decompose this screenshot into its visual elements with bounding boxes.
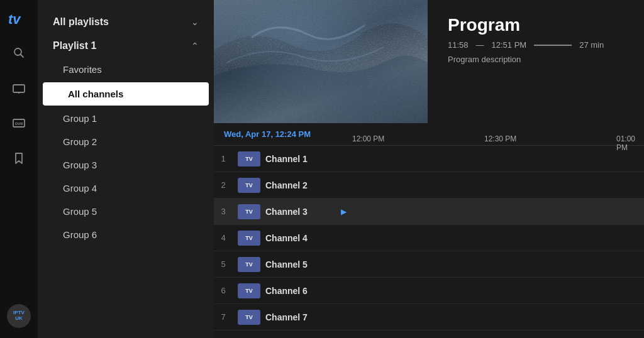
playlist1-label: Playlist 1 [53, 40, 96, 52]
current-date-label: Wed, Apr 17, 12:24 PM [224, 129, 311, 139]
play-indicator: ▶ [341, 207, 353, 216]
channel-name: Channel 6 [265, 286, 341, 296]
channel-icon: TV [238, 178, 260, 193]
channel-icon: TV [238, 151, 260, 166]
channel-row-6[interactable]: 6 TV Channel 6 ProgramProgram [214, 278, 644, 304]
channel-number: 7 [214, 312, 233, 322]
channel-row-7[interactable]: 7 TV Channel 7 ProgramProgram [214, 304, 644, 330]
channel-name: Channel 5 [265, 259, 341, 270]
time-end: 12:51 PM [492, 40, 527, 50]
group6-item[interactable]: Group 6 [38, 223, 214, 246]
channel-name: Channel 3 [265, 207, 341, 217]
channel-row-3[interactable]: 3 TV Channel 3 ▶ ProgramProgram [214, 199, 644, 225]
video-thumbnail [214, 0, 428, 123]
dvr-icon[interactable]: DVR [9, 113, 29, 133]
time-label-2: 01:00 PM [616, 134, 644, 152]
channel-name: Channel 1 [265, 154, 341, 164]
channel-name: Channel 2 [265, 180, 341, 190]
svg-text:tv: tv [8, 11, 21, 27]
group5-item[interactable]: Group 5 [38, 200, 214, 223]
all-playlists-chevron: ⌄ [191, 17, 199, 27]
app-logo: tv [7, 10, 31, 28]
group4-item[interactable]: Group 4 [38, 177, 214, 200]
current-datetime: Wed, Apr 17, 12:24 PM [214, 129, 352, 139]
all-playlists-section[interactable]: All playlists ⌄ [38, 10, 214, 34]
channel-row-5[interactable]: 5 TV Channel 5 ProgramProgram [214, 251, 644, 278]
all-playlists-label: All playlists [53, 16, 109, 28]
svg-line-2 [21, 55, 24, 58]
all-channels-item[interactable]: All channels [43, 82, 209, 106]
channel-number: 6 [214, 286, 233, 295]
group2-item[interactable]: Group 2 [38, 130, 214, 153]
svg-rect-3 [13, 85, 25, 92]
menu-panel: All playlists ⌄ Playlist 1 ⌃ Favorites A… [38, 0, 214, 338]
channel-row-4[interactable]: 4 TV Channel 4 ProgramProgram [214, 225, 644, 251]
svg-text:DVR: DVR [15, 122, 23, 126]
sidebar-bottom: IPTVUK [7, 304, 31, 328]
channel-name: Channel 7 [265, 312, 341, 322]
time-start: 11:58 [448, 40, 469, 50]
main-content: Program 11:58 — 12:51 PM 27 min Program … [214, 0, 644, 338]
channel-icon: TV [238, 257, 260, 272]
group1-item[interactable]: Group 1 [38, 107, 214, 130]
timeline-header: Wed, Apr 17, 12:24 PM 12:00 PM 12:30 PM … [214, 123, 644, 146]
bookmark-icon[interactable] [9, 148, 29, 168]
playlist1-chevron: ⌃ [191, 41, 199, 51]
program-description: Program description [448, 55, 624, 64]
channel-list: 1 TV Channel 1 ProgramProgram 2 TV Chann… [214, 146, 644, 338]
program-title: Program [448, 15, 624, 35]
channel-row-2[interactable]: 2 TV Channel 2 ProgramProgram [214, 172, 644, 199]
program-time: 11:58 — 12:51 PM 27 min [448, 40, 624, 50]
channel-name: Channel 4 [265, 233, 341, 243]
time-bar [534, 45, 572, 46]
channel-number: 3 [214, 207, 233, 216]
app-bottom-logo: IPTVUK [7, 304, 31, 328]
channel-row-1[interactable]: 1 TV Channel 1 ProgramProgram [214, 146, 644, 172]
channel-number: 1 [214, 154, 233, 163]
group3-item[interactable]: Group 3 [38, 153, 214, 177]
channel-number: 2 [214, 180, 233, 190]
channel-icon: TV [238, 231, 260, 246]
top-section: Program 11:58 — 12:51 PM 27 min Program … [214, 0, 644, 123]
channel-icon: TV [238, 204, 260, 219]
channel-number: 4 [214, 233, 233, 243]
favorites-item[interactable]: Favorites [38, 58, 214, 81]
channel-icon: TV [238, 310, 260, 325]
tv-icon[interactable] [9, 78, 29, 98]
duration: 27 min [579, 40, 604, 50]
search-icon[interactable] [9, 43, 29, 63]
playlist1-section[interactable]: Playlist 1 ⌃ [38, 34, 214, 58]
program-info: Program 11:58 — 12:51 PM 27 min Program … [428, 0, 644, 123]
sidebar: tv DVR IPTVUK [0, 0, 38, 338]
time-separator: — [476, 40, 484, 50]
time-label-1: 12:30 PM [484, 134, 516, 143]
channel-icon: TV [238, 283, 260, 298]
time-label-0: 12:00 PM [352, 134, 384, 143]
channel-number: 5 [214, 259, 233, 269]
epg-section: Wed, Apr 17, 12:24 PM 12:00 PM 12:30 PM … [214, 123, 644, 338]
